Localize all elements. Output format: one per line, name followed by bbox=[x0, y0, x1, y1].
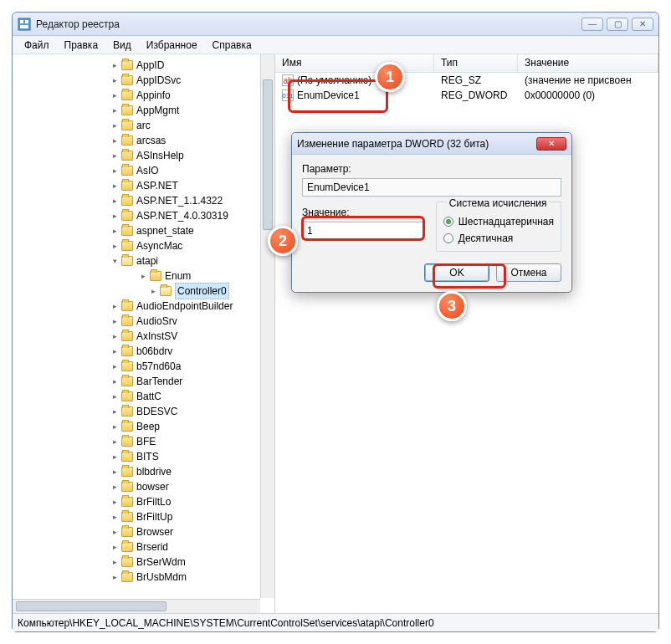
tree-item-axinstsv[interactable]: ▸AxInstSV bbox=[14, 329, 274, 344]
expand-icon[interactable]: ▸ bbox=[110, 497, 120, 507]
expand-icon[interactable]: ▸ bbox=[110, 467, 120, 477]
expand-icon[interactable]: ▸ bbox=[110, 60, 120, 70]
expand-icon[interactable]: ▸ bbox=[110, 331, 120, 341]
tree-item-b57nd60a[interactable]: ▸b57nd60a bbox=[14, 359, 274, 374]
expand-icon[interactable]: ▸ bbox=[110, 151, 120, 161]
tree-item-brfiltup[interactable]: ▸BrFiltUp bbox=[14, 509, 274, 524]
radio-dec[interactable] bbox=[443, 233, 453, 243]
expand-icon[interactable]: ▸ bbox=[110, 391, 120, 401]
tree-item-battc[interactable]: ▸BattC bbox=[14, 389, 274, 404]
tree-item-asp-net-4-0-30319[interactable]: ▸ASP.NET_4.0.30319 bbox=[14, 208, 274, 223]
close-button[interactable]: ✕ bbox=[632, 18, 653, 31]
column-type[interactable]: Тип bbox=[434, 54, 518, 72]
expand-icon[interactable]: ▸ bbox=[110, 135, 120, 146]
tree-item-asyncmac[interactable]: ▸AsyncMac bbox=[14, 238, 274, 253]
tree-item-arc[interactable]: ▸arc bbox=[14, 118, 274, 133]
tree-item-bfe[interactable]: ▸BFE bbox=[14, 434, 274, 449]
expand-icon[interactable]: ▸ bbox=[110, 361, 120, 371]
menu-edit[interactable]: Правка bbox=[58, 38, 105, 53]
maximize-button[interactable]: ▢ bbox=[607, 18, 628, 31]
tree-item-b06bdrv[interactable]: ▸b06bdrv bbox=[14, 344, 274, 359]
minimize-button[interactable]: — bbox=[581, 18, 603, 31]
tree-item-asp-net[interactable]: ▸ASP.NET bbox=[14, 178, 274, 193]
expand-icon[interactable]: ▸ bbox=[110, 120, 120, 130]
expand-icon[interactable]: ▸ bbox=[110, 90, 120, 100]
column-name[interactable]: Имя bbox=[275, 54, 434, 72]
tree-item-asio[interactable]: ▸AsIO bbox=[14, 163, 274, 178]
tree-item-appid[interactable]: ▸AppID bbox=[14, 58, 274, 73]
menu-file[interactable]: Файл bbox=[18, 38, 56, 53]
expand-icon[interactable]: ▸ bbox=[110, 422, 120, 432]
tree-scroll[interactable]: ▸AppID▸AppIDSvc▸Appinfo▸AppMgmt▸arc▸arcs… bbox=[13, 54, 274, 613]
menu-favorites[interactable]: Избранное bbox=[140, 38, 204, 53]
expand-icon[interactable]: ▸ bbox=[110, 316, 120, 326]
expand-icon[interactable]: ▸ bbox=[110, 166, 120, 176]
dialog-titlebar[interactable]: Изменение параметра DWORD (32 бита) ✕ bbox=[292, 133, 571, 155]
expand-icon[interactable]: ▸ bbox=[110, 557, 120, 567]
tree-item-arcsas[interactable]: ▸arcsas bbox=[14, 133, 274, 148]
expand-icon[interactable]: ▸ bbox=[110, 241, 120, 251]
tree-item-audioendpointbuilder[interactable]: ▸AudioEndpointBuilder bbox=[14, 299, 274, 314]
tree-horizontal-scrollbar[interactable] bbox=[13, 599, 260, 613]
tree-item-brusbmdm[interactable]: ▸BrUsbMdm bbox=[14, 570, 274, 585]
collapse-icon[interactable]: ▾ bbox=[110, 256, 120, 266]
tree-item-enum[interactable]: ▸Enum bbox=[14, 268, 274, 284]
expand-icon[interactable]: ▸ bbox=[110, 105, 120, 115]
expand-icon[interactable]: ▸ bbox=[110, 301, 120, 311]
tree-item-bdesvc[interactable]: ▸BDESVC bbox=[14, 404, 274, 419]
folder-icon bbox=[121, 301, 133, 311]
registry-tree[interactable]: ▸AppID▸AppIDSvc▸Appinfo▸AppMgmt▸arc▸arcs… bbox=[13, 54, 274, 588]
expand-icon[interactable]: ▸ bbox=[110, 75, 120, 85]
expand-icon[interactable]: ▸ bbox=[110, 542, 120, 552]
tree-item-asinshelp[interactable]: ▸ASInsHelp bbox=[14, 148, 274, 163]
tree-item-brserwdm[interactable]: ▸BrSerWdm bbox=[14, 555, 274, 570]
expand-icon[interactable]: ▸ bbox=[110, 376, 120, 386]
expand-icon[interactable]: ▸ bbox=[110, 527, 120, 537]
tree-item-appmgmt[interactable]: ▸AppMgmt bbox=[14, 103, 274, 118]
tree-item-bits[interactable]: ▸BITS bbox=[14, 449, 274, 464]
tree-item-beep[interactable]: ▸Beep bbox=[14, 419, 274, 434]
value-row-enumdevice1[interactable]: 011EnumDevice1 REG_DWORD 0x00000000 (0) bbox=[275, 88, 658, 103]
tree-item-bartender[interactable]: ▸BarTender bbox=[14, 374, 274, 389]
titlebar[interactable]: Редактор реестра — ▢ ✕ bbox=[13, 13, 658, 36]
expand-icon[interactable]: ▸ bbox=[110, 512, 120, 522]
expand-icon[interactable]: ▸ bbox=[110, 196, 120, 206]
svg-rect-3 bbox=[20, 25, 28, 28]
expand-icon[interactable]: ▸ bbox=[110, 482, 120, 492]
tree-item-brfiltlo[interactable]: ▸BrFiltLo bbox=[14, 494, 274, 509]
expand-icon[interactable]: ▸ bbox=[148, 286, 158, 296]
expand-icon[interactable]: ▸ bbox=[110, 181, 120, 191]
radio-dec-row[interactable]: Десятичная bbox=[443, 233, 554, 244]
tree-item-appidsvc[interactable]: ▸AppIDSvc bbox=[14, 73, 274, 88]
cancel-button[interactable]: Отмена bbox=[496, 263, 561, 282]
tree-item-browser[interactable]: ▸Browser bbox=[14, 524, 274, 539]
value-input[interactable] bbox=[302, 222, 424, 240]
expand-icon[interactable]: ▸ bbox=[110, 572, 120, 582]
tree-item-atapi[interactable]: ▾atapi bbox=[14, 253, 274, 268]
expand-icon[interactable]: ▸ bbox=[110, 346, 120, 356]
radio-hex[interactable] bbox=[443, 217, 453, 227]
ok-button[interactable]: OK bbox=[424, 263, 489, 282]
menu-view[interactable]: Вид bbox=[106, 38, 138, 53]
tree-item-blbdrive[interactable]: ▸blbdrive bbox=[14, 464, 274, 479]
value-data: 0x00000000 (0) bbox=[518, 89, 658, 101]
tree-vertical-scrollbar[interactable] bbox=[260, 54, 274, 598]
radio-hex-row[interactable]: Шестнадцатеричная bbox=[443, 216, 554, 227]
tree-item-controller0[interactable]: ▸Controller0 bbox=[14, 284, 274, 299]
tree-item-audiosrv[interactable]: ▸AudioSrv bbox=[14, 314, 274, 329]
dialog-close-button[interactable]: ✕ bbox=[536, 137, 566, 151]
column-value[interactable]: Значение bbox=[518, 54, 658, 72]
expand-icon[interactable]: ▸ bbox=[110, 406, 120, 417]
tree-item-brserid[interactable]: ▸Brserid bbox=[14, 539, 274, 555]
value-row-default[interactable]: ab(По умолчанию) REG_SZ (значение не при… bbox=[275, 73, 658, 88]
expand-icon[interactable]: ▸ bbox=[110, 226, 120, 236]
expand-icon[interactable]: ▸ bbox=[110, 452, 120, 462]
expand-icon[interactable]: ▸ bbox=[110, 437, 120, 447]
tree-item-aspnet-state[interactable]: ▸aspnet_state bbox=[14, 223, 274, 238]
menu-help[interactable]: Справка bbox=[206, 38, 259, 53]
expand-icon[interactable]: ▸ bbox=[110, 211, 120, 221]
tree-item-bowser[interactable]: ▸bowser bbox=[14, 479, 274, 494]
expand-icon[interactable]: ▸ bbox=[138, 271, 148, 281]
tree-item-asp-net-1-1-4322[interactable]: ▸ASP.NET_1.1.4322 bbox=[14, 193, 274, 208]
tree-item-appinfo[interactable]: ▸Appinfo bbox=[14, 88, 274, 103]
